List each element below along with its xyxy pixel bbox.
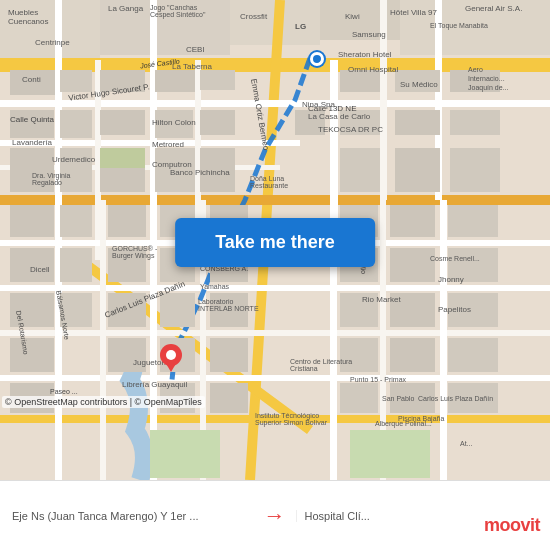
place-banco-pichincha: Banco Pichincha <box>170 168 230 177</box>
svg-rect-84 <box>210 338 248 372</box>
place-papelitos: Papelitos <box>438 305 471 314</box>
destination-pin <box>160 344 182 372</box>
svg-rect-57 <box>10 205 54 237</box>
place-crossfit: Crossfit <box>240 12 267 21</box>
svg-rect-54 <box>340 148 380 192</box>
svg-rect-26 <box>100 200 106 480</box>
svg-rect-81 <box>10 338 54 372</box>
place-conti: Conti <box>22 75 41 84</box>
svg-rect-90 <box>210 383 248 413</box>
street-label-calle-quinta: Calle Quinta <box>10 115 54 124</box>
place-hilton: Hilton Colon <box>152 118 196 127</box>
place-at: At... <box>460 440 472 447</box>
svg-rect-59 <box>108 205 146 237</box>
svg-rect-71 <box>390 248 435 282</box>
svg-rect-55 <box>395 148 440 192</box>
svg-rect-91 <box>340 383 378 413</box>
svg-rect-48 <box>450 110 500 135</box>
svg-point-98 <box>166 350 176 360</box>
svg-rect-64 <box>448 205 498 237</box>
svg-rect-63 <box>390 205 435 237</box>
svg-rect-47 <box>395 110 440 135</box>
svg-rect-58 <box>60 205 92 237</box>
place-la-taberna: La Taberna <box>172 62 212 71</box>
moovit-text: moovit <box>484 515 540 536</box>
place-dicell: Dicell <box>30 265 50 274</box>
svg-rect-33 <box>60 70 92 92</box>
current-location-dot <box>310 52 324 66</box>
svg-rect-41 <box>60 110 92 138</box>
place-jogo: Jogo "CanchasCesped Sintético" <box>150 4 205 18</box>
place-urdemedico: Urdemedico <box>52 155 95 164</box>
place-la-ganga: La Ganga <box>108 4 143 13</box>
place-casa-carlo: La Casa de Carlo <box>308 112 370 121</box>
place-muebles: MueblesCuencanos <box>8 8 48 26</box>
take-me-there-button[interactable]: Take me there <box>175 218 375 267</box>
svg-rect-22 <box>0 330 550 336</box>
place-san-pablo: San Pablo <box>382 395 414 402</box>
from-section: Eje Ns (Juan Tanca Marengo) Y 1er ... <box>12 510 254 522</box>
map-attribution: © OpenStreetMap contributors | © OpenMap… <box>2 396 205 408</box>
place-dra-virginia: Dra. VirginiaRegalado <box>32 172 70 186</box>
place-lg: LG <box>295 22 306 31</box>
place-omni: Omni Hospital <box>348 65 398 74</box>
place-gorchus: GORCHUS® -Burger Wings <box>112 245 157 259</box>
svg-rect-31 <box>440 200 447 480</box>
svg-rect-44 <box>200 110 235 135</box>
place-cosme: Cosme Renell... <box>430 255 480 262</box>
svg-rect-56 <box>450 148 500 192</box>
svg-rect-21 <box>0 285 550 291</box>
place-libreria: Librería Guayaquil <box>122 380 187 389</box>
place-aero: AeroInternacio...Joaquín de... <box>468 65 508 92</box>
from-label: Eje Ns (Juan Tanca Marengo) Y 1er ... <box>12 510 246 522</box>
bottom-bar: Eje Ns (Juan Tanca Marengo) Y 1er ... → … <box>0 480 550 550</box>
street-label-paseo: Paseo ... <box>50 388 78 395</box>
place-punto15: Punto 15 - Primax <box>350 376 406 383</box>
place-centrinpe: Centrinpe <box>35 38 70 47</box>
place-tekocsa: TEKOCSA DR PC <box>318 125 383 134</box>
svg-rect-25 <box>55 200 62 480</box>
place-rio-market: Rio Market <box>362 295 401 304</box>
svg-rect-35 <box>155 70 195 92</box>
place-general-air: General Air S.A. <box>465 4 522 13</box>
place-hotel-villa: Hôtel Villa 97 <box>390 8 437 17</box>
place-lavanderia: Lavandería <box>12 138 52 147</box>
svg-rect-66 <box>60 248 92 282</box>
map-container: Victor Hugo Sicouret P. Calle Quinta Emm… <box>0 0 550 480</box>
place-interlab: LaboratorioINTERLAB NORTE <box>198 298 259 312</box>
moovit-logo: moovit <box>484 515 540 536</box>
place-nina-spa: Nina Spa <box>302 100 335 109</box>
place-metrored: Metrored <box>152 140 184 149</box>
place-instituto: Instituto TécnológicoSuperior Simon Bolí… <box>255 412 327 426</box>
svg-marker-99 <box>165 362 177 372</box>
place-sheraton: Sheraton Hotel <box>338 50 391 59</box>
place-carlos-luis-2: Carlos Luis Plaza Dañín <box>418 395 493 402</box>
svg-rect-94 <box>350 430 430 478</box>
place-toque-manabita: El Toque Manabita <box>430 22 488 29</box>
svg-rect-96 <box>100 148 145 168</box>
place-centro-lit: Centro de LiteraturaCristiana <box>290 358 352 372</box>
svg-rect-86 <box>390 338 435 372</box>
svg-rect-36 <box>200 70 235 90</box>
place-jhonny: Jhonny <box>438 275 464 284</box>
place-kiwi: Kiwi <box>345 12 360 21</box>
place-su-medico: Su Médico <box>400 80 438 89</box>
svg-rect-87 <box>448 338 498 372</box>
place-alberque: Alberque Polinal... <box>375 420 432 427</box>
svg-rect-23 <box>0 375 550 381</box>
svg-rect-95 <box>150 430 220 478</box>
place-cebi: CEBI <box>186 45 205 54</box>
arrow-icon: → <box>254 503 296 529</box>
svg-rect-76 <box>160 293 195 327</box>
place-dona-luna: Doña LunaRestaurante <box>250 175 288 189</box>
svg-rect-9 <box>0 195 550 205</box>
svg-rect-42 <box>100 110 145 135</box>
place-yamaha: Yamahas <box>200 283 229 290</box>
svg-rect-10 <box>0 100 550 107</box>
place-samsung: Samsung <box>352 30 386 39</box>
